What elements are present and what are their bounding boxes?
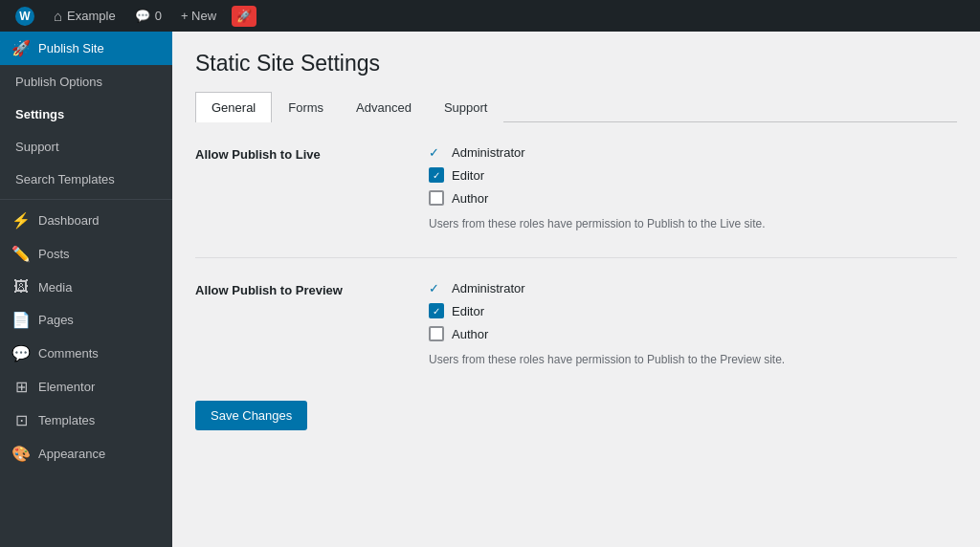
wp-icon: W <box>15 7 34 26</box>
checkbox-editor-live[interactable]: ✓ <box>429 167 444 183</box>
checkbox-author-preview[interactable] <box>429 326 444 341</box>
sidebar-item-dashboard[interactable]: ⚡ Dashboard <box>0 204 172 237</box>
templates-icon: ⊡ <box>11 411 31 429</box>
help-text-live: Users from these roles have permission t… <box>429 217 766 230</box>
sidebar-item-publish-options[interactable]: Publish Options <box>0 65 172 98</box>
wp-logo-item[interactable]: W <box>8 0 42 32</box>
role-author-preview-label: Author <box>452 327 488 341</box>
comments-label: Comments <box>38 346 99 361</box>
role-admin-live-label: Administrator <box>452 145 525 160</box>
tabs-bar: General Forms Advanced Support <box>195 92 957 122</box>
rocket-button[interactable]: 🚀 <box>232 6 256 27</box>
site-name: Example <box>67 9 116 23</box>
section-publish-live-label: Allow Publish to Live <box>195 145 406 162</box>
sidebar-item-search-templates[interactable]: Search Templates <box>0 163 172 195</box>
tab-support[interactable]: Support <box>428 92 504 122</box>
media-label: Media <box>38 280 72 295</box>
section-publish-live: Allow Publish to Live ✓ Administrator ✓ … <box>195 145 957 230</box>
checkmark-admin-preview: ✓ <box>429 281 444 295</box>
page-title: Static Site Settings <box>195 51 957 77</box>
site-name-item[interactable]: ⌂ Example <box>46 0 123 32</box>
role-row-author-preview[interactable]: Author <box>429 326 785 341</box>
role-row-editor-preview[interactable]: ✓ Editor <box>429 303 785 318</box>
new-label: + New <box>181 9 216 23</box>
sidebar-item-elementor[interactable]: ⊞ Elementor <box>0 370 172 404</box>
sidebar-item-media[interactable]: 🖼 Media <box>0 271 172 303</box>
sidebar: 🚀 Publish Site Publish Options Settings … <box>0 32 172 547</box>
sidebar-item-support[interactable]: Support <box>0 130 172 163</box>
posts-label: Posts <box>38 247 70 261</box>
rocket-sidebar-icon: 🚀 <box>11 39 31 57</box>
elementor-icon: ⊞ <box>11 378 31 396</box>
pages-label: Pages <box>38 313 74 327</box>
tab-general[interactable]: General <box>195 92 272 122</box>
content-area: Static Site Settings General Forms Advan… <box>172 32 980 547</box>
section-publish-preview-label: Allow Publish to Preview <box>195 281 406 297</box>
role-editor-preview-label: Editor <box>452 304 484 318</box>
role-row-editor-live[interactable]: ✓ Editor <box>429 167 766 183</box>
home-icon: ⌂ <box>54 8 62 24</box>
save-changes-button[interactable]: Save Changes <box>195 401 307 430</box>
role-row-admin-live: ✓ Administrator <box>429 145 766 160</box>
section-publish-live-content: ✓ Administrator ✓ Editor Author Users fr… <box>429 145 766 230</box>
sidebar-item-appearance[interactable]: 🎨 Appearance <box>0 437 172 470</box>
templates-label: Templates <box>38 413 95 427</box>
appearance-label: Appearance <box>38 447 105 461</box>
section-publish-preview-content: ✓ Administrator ✓ Editor Author Users fr… <box>429 281 785 366</box>
dashboard-label: Dashboard <box>38 213 100 228</box>
role-author-live-label: Author <box>452 191 488 206</box>
checkmark-admin-live: ✓ <box>429 145 444 160</box>
main-layout: 🚀 Publish Site Publish Options Settings … <box>0 32 980 547</box>
admin-bar: W ⌂ Example 💬 0 + New 🚀 <box>0 0 980 32</box>
tab-forms[interactable]: Forms <box>272 92 340 122</box>
comment-count: 0 <box>155 9 162 23</box>
checkbox-author-live[interactable] <box>429 190 444 206</box>
section-publish-preview: Allow Publish to Preview ✓ Administrator… <box>195 281 957 366</box>
settings-label: Settings <box>15 107 64 121</box>
sidebar-item-pages[interactable]: 📄 Pages <box>0 303 172 337</box>
help-text-preview: Users from these roles have permission t… <box>429 353 785 366</box>
role-row-author-live[interactable]: Author <box>429 190 766 206</box>
sidebar-item-posts[interactable]: ✏️ Posts <box>0 237 172 271</box>
checkbox-editor-preview[interactable]: ✓ <box>429 303 444 318</box>
rocket-icon: 🚀 <box>236 9 252 23</box>
pages-icon: 📄 <box>11 311 31 329</box>
dashboard-icon: ⚡ <box>11 211 31 230</box>
elementor-label: Elementor <box>38 380 95 394</box>
sidebar-divider-1 <box>0 199 172 200</box>
new-button[interactable]: + New <box>173 0 224 32</box>
posts-icon: ✏️ <box>11 245 31 263</box>
role-editor-live-label: Editor <box>452 168 484 183</box>
role-row-admin-preview: ✓ Administrator <box>429 281 785 295</box>
section-divider <box>195 257 957 258</box>
comment-icon: 💬 <box>135 9 150 23</box>
support-label: Support <box>15 140 59 154</box>
comments-sidebar-icon: 💬 <box>11 344 31 362</box>
publish-options-label: Publish Options <box>15 75 102 89</box>
appearance-icon: 🎨 <box>11 445 31 463</box>
role-admin-preview-label: Administrator <box>452 281 525 295</box>
sidebar-item-settings[interactable]: Settings <box>0 98 172 130</box>
sidebar-item-comments[interactable]: 💬 Comments <box>0 337 172 370</box>
comments-item[interactable]: 💬 0 <box>127 0 169 32</box>
media-icon: 🖼 <box>11 278 31 295</box>
sidebar-item-templates[interactable]: ⊡ Templates <box>0 404 172 437</box>
tab-advanced[interactable]: Advanced <box>340 92 428 122</box>
sidebar-item-publish-site[interactable]: 🚀 Publish Site <box>0 32 172 65</box>
sidebar-publish-site-label: Publish Site <box>38 41 104 55</box>
search-templates-label: Search Templates <box>15 172 115 186</box>
